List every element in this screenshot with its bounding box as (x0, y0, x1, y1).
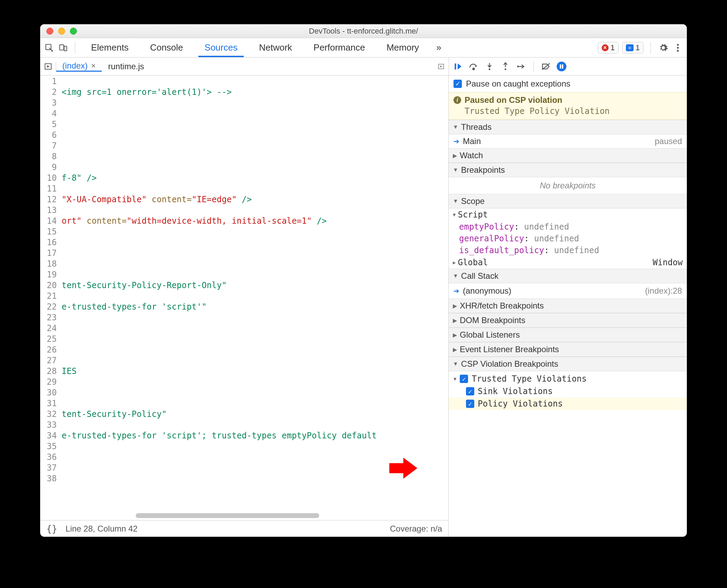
checkbox-icon[interactable]: ✓ (454, 80, 462, 88)
watch-section-head[interactable]: ▶Watch (449, 148, 687, 163)
tabs-overflow-button[interactable]: » (434, 38, 443, 57)
banner-title: Paused on CSP violation (465, 95, 562, 105)
svg-point-10 (489, 68, 491, 70)
event-listener-breakpoints-head[interactable]: ▶Event Listener Breakpoints (449, 342, 687, 357)
main-content: 1234567891011121314151617181920212223242… (40, 75, 687, 537)
no-breakpoints-message: No breakpoints (449, 177, 687, 194)
messages-badge[interactable]: ≡ 1 (622, 42, 644, 54)
thread-state: paused (655, 136, 682, 146)
scope-variable[interactable]: is_default_policy: undefined (449, 244, 687, 256)
settings-gear-icon[interactable] (658, 42, 669, 53)
callstack-section-head[interactable]: ▼Call Stack (449, 269, 687, 283)
thread-name: Main (463, 136, 481, 146)
svg-point-11 (505, 68, 506, 70)
gutter: 1234567891011121314151617181920212223242… (40, 75, 60, 520)
file-tab-strip: (index) × runtime.js (40, 57, 687, 75)
checkbox-icon[interactable]: ✓ (466, 387, 474, 395)
scope-global-row[interactable]: ▶GlobalWindow (449, 256, 687, 269)
code-content: <img src=1 onerror='alert(1)'> --> f-8" … (60, 75, 448, 520)
error-icon: × (602, 44, 609, 51)
tab-elements[interactable]: Elements (85, 38, 135, 57)
svg-point-5 (677, 50, 679, 51)
svg-rect-1 (60, 45, 64, 50)
errors-badge[interactable]: × 1 (598, 42, 619, 54)
csp-label: Sink Violations (478, 386, 553, 396)
scope-variable[interactable]: emptyPolicy: undefined (449, 221, 687, 233)
pause-caught-label: Pause on caught exceptions (466, 79, 571, 89)
file-tab-label: runtime.js (108, 62, 144, 71)
checkbox-icon[interactable]: ✓ (466, 400, 474, 408)
debugger-sidebar: ✓ Pause on caught exceptions i Paused on… (449, 75, 687, 537)
csp-violation-breakpoints-head[interactable]: ▼CSP Violation Breakpoints (449, 357, 687, 371)
callstack-frame[interactable]: ➔ (anonymous) (index):28 (449, 283, 687, 299)
frame-name: (anonymous) (463, 286, 511, 296)
current-frame-arrow-icon: ➔ (454, 287, 459, 295)
file-tab-index[interactable]: (index) × (56, 61, 102, 72)
toolbar-separator (650, 42, 651, 54)
resume-icon[interactable] (452, 61, 463, 72)
title-bar: DevTools - tt-enforced.glitch.me/ (40, 24, 687, 38)
checkbox-icon[interactable]: ✓ (460, 375, 468, 383)
kebab-menu-icon[interactable] (672, 42, 683, 53)
file-tab-runtime[interactable]: runtime.js (102, 62, 150, 71)
current-thread-arrow-icon: ➔ (454, 137, 459, 145)
scope-section-head[interactable]: ▼Scope (449, 194, 687, 208)
step-icon[interactable] (516, 61, 527, 72)
info-icon: i (454, 96, 461, 104)
threads-section-head[interactable]: ▼Threads (449, 120, 687, 134)
run-snippet-icon[interactable] (438, 61, 449, 72)
svg-rect-8 (455, 63, 456, 69)
pause-exceptions-icon[interactable] (557, 62, 566, 71)
banner-subtitle: Trusted Type Policy Violation (465, 106, 682, 116)
svg-rect-2 (64, 46, 67, 51)
messages-count: 1 (636, 43, 640, 52)
toolbar-separator (75, 42, 75, 54)
tab-memory[interactable]: Memory (380, 38, 425, 57)
scope-script-row[interactable]: ▼Script (449, 208, 687, 221)
csp-label: Trusted Type Violations (472, 374, 586, 384)
deactivate-breakpoints-icon[interactable] (541, 61, 551, 72)
csp-trusted-type-row[interactable]: ▼ ✓ Trusted Type Violations (449, 373, 687, 385)
global-listeners-head[interactable]: ▶Global Listeners (449, 328, 687, 342)
svg-rect-15 (562, 64, 563, 69)
coverage-status: Coverage: n/a (390, 524, 442, 534)
step-into-icon[interactable] (484, 61, 495, 72)
horizontal-scrollbar[interactable] (60, 513, 445, 519)
xhr-breakpoints-head[interactable]: ▶XHR/fetch Breakpoints (449, 299, 687, 313)
tab-console[interactable]: Console (144, 38, 189, 57)
svg-point-12 (517, 65, 519, 67)
dom-breakpoints-head[interactable]: ▶DOM Breakpoints (449, 313, 687, 328)
frame-location: (index):28 (645, 286, 682, 296)
csp-sink-violations-row[interactable]: ✓ Sink Violations (449, 385, 687, 398)
device-toggle-icon[interactable] (57, 42, 69, 53)
errors-count: 1 (611, 43, 615, 52)
breakpoints-section-head[interactable]: ▼Breakpoints (449, 163, 687, 177)
tab-performance[interactable]: Performance (307, 38, 371, 57)
svg-point-4 (677, 47, 679, 48)
svg-point-3 (677, 44, 679, 45)
step-over-icon[interactable] (468, 61, 479, 72)
paused-banner: i Paused on CSP violation Trusted Type P… (449, 92, 687, 120)
format-braces-icon[interactable]: {} (46, 524, 57, 534)
scope-global-value: Window (653, 258, 683, 267)
file-tab-label: (index) (62, 61, 88, 71)
step-out-icon[interactable] (500, 61, 511, 72)
csp-violation-tree: ▼ ✓ Trusted Type Violations ✓ Sink Viola… (449, 371, 687, 413)
csp-policy-violations-row[interactable]: ✓ Policy Violations (449, 398, 687, 410)
tab-network[interactable]: Network (253, 38, 298, 57)
navigator-toggle-icon[interactable] (40, 62, 56, 71)
editor-status-bar: {} Line 28, Column 42 Coverage: n/a (40, 520, 448, 537)
cursor-position: Line 28, Column 42 (65, 524, 137, 534)
inspect-element-icon[interactable] (44, 42, 55, 53)
pause-caught-exceptions-row[interactable]: ✓ Pause on caught exceptions (449, 75, 687, 92)
window-title: DevTools - tt-enforced.glitch.me/ (40, 27, 687, 36)
editor-pane: 1234567891011121314151617181920212223242… (40, 75, 449, 537)
devtools-window: DevTools - tt-enforced.glitch.me/ Elemen… (40, 24, 687, 537)
tab-sources[interactable]: Sources (198, 38, 244, 57)
close-icon[interactable]: × (91, 61, 96, 70)
scope-variable[interactable]: generalPolicy: undefined (449, 233, 687, 244)
panel-tabs: Elements Console Sources Network Perform… (85, 38, 443, 57)
thread-main-row[interactable]: ➔ Main paused (449, 134, 687, 148)
debugger-toolbar (449, 57, 687, 75)
code-editor[interactable]: 1234567891011121314151617181920212223242… (40, 75, 448, 520)
